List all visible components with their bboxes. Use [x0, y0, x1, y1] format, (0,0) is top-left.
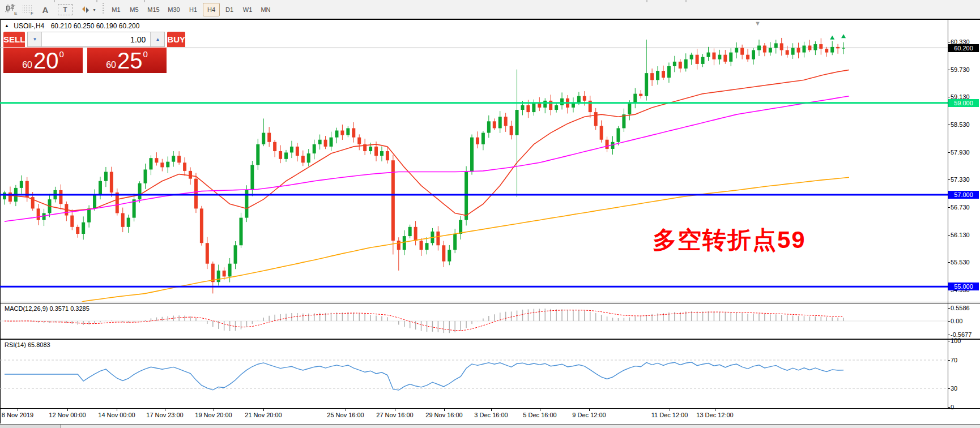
buy-arrow[interactable]: [841, 34, 846, 38]
candle-body: [324, 140, 327, 147]
candle-body: [650, 73, 654, 80]
tab-timeframe-D1[interactable]: D1: [221, 3, 238, 16]
candle-body: [594, 112, 598, 126]
volume-increase-icon[interactable]: ▲: [150, 32, 164, 46]
candle-body: [144, 169, 147, 183]
candle-body: [836, 47, 840, 48]
candle-body: [403, 236, 406, 250]
ask-pips: 25: [117, 48, 143, 73]
macd-tick-label: 0.5586: [951, 305, 979, 311]
candle-body: [825, 49, 828, 52]
candle-body: [729, 53, 732, 62]
volume-spinner: ▼ ▲: [27, 32, 165, 47]
candle-body: [662, 71, 665, 78]
rsi-splitter[interactable]: [0, 338, 980, 339]
candle-body: [532, 103, 535, 112]
date-tick: [540, 409, 540, 411]
tab-timeframe-M15[interactable]: M15: [144, 3, 163, 16]
rsi-tick-dash: [948, 388, 950, 389]
candle-body: [493, 121, 496, 128]
candle-body: [752, 50, 755, 59]
price-tick-label: 56.130: [951, 232, 979, 238]
price-badge-60.200: 60.200: [948, 44, 979, 52]
candle-body: [543, 101, 547, 108]
date-tick: [670, 409, 670, 411]
date-label: 3 Dec 16:00: [474, 412, 508, 418]
tab-timeframe-W1[interactable]: W1: [239, 3, 256, 16]
toolbar-grip[interactable]: [103, 3, 104, 15]
text-label-icon[interactable]: A: [40, 3, 51, 16]
price-tick-label: 55.530: [951, 259, 979, 266]
candle-body: [746, 55, 749, 59]
tab-timeframe-M30[interactable]: M30: [164, 3, 184, 16]
tab-timeframe-H4[interactable]: H4: [203, 3, 220, 16]
candle-body: [3, 192, 6, 199]
candle-body: [408, 227, 412, 236]
candle-body: [498, 117, 502, 128]
price-tick-label: 56.730: [951, 204, 979, 211]
bid-quote-button[interactable]: 60 20 0: [3, 48, 83, 73]
chart-tab-strip: [0, 424, 980, 428]
collapse-trade-panel-icon[interactable]: ▲: [5, 23, 9, 28]
price-tick-dash: [948, 179, 950, 180]
symbol-period-label: USOil-,H4: [14, 22, 44, 30]
sell-button[interactable]: SELL: [3, 32, 25, 47]
volume-input[interactable]: [42, 32, 150, 46]
candle-body: [223, 271, 226, 277]
date-tick: [263, 409, 264, 411]
candle-body: [99, 181, 102, 195]
candle-body: [797, 48, 800, 53]
toolbar-divider: [646, 0, 647, 2]
grid-f-icon[interactable]: F: [22, 3, 35, 16]
candle-body: [369, 147, 372, 151]
candle-body: [172, 156, 175, 162]
date-tick: [395, 409, 395, 411]
price-tick-dash: [948, 262, 950, 263]
candle-body: [482, 133, 485, 144]
candle-body: [166, 162, 169, 168]
tab-timeframe-M1[interactable]: M1: [108, 3, 125, 16]
tab-timeframe-MN[interactable]: MN: [257, 3, 274, 16]
ask-quote-button[interactable]: 60 25 0: [87, 48, 167, 73]
date-tick: [214, 409, 214, 411]
candle-body: [600, 126, 603, 139]
candle-body: [819, 44, 823, 49]
rsi-canvas[interactable]: [0, 340, 948, 408]
macd-canvas[interactable]: [0, 303, 948, 338]
arrows-style-icon[interactable]: ▾: [78, 3, 97, 16]
candle-body: [87, 208, 91, 222]
candle-body: [20, 181, 23, 188]
tab-timeframe-H1[interactable]: H1: [185, 3, 202, 16]
candle-body: [340, 131, 344, 135]
chart-tab[interactable]: [0, 425, 61, 428]
candle-body: [121, 213, 125, 227]
chart-annotation-text[interactable]: 多空转折点59: [653, 224, 806, 256]
macd-tick-dash: [948, 308, 950, 309]
candle-body: [453, 234, 457, 250]
candle-body: [723, 55, 727, 62]
candle-body: [420, 241, 423, 250]
candle-body: [740, 48, 744, 55]
candle-body: [735, 48, 738, 53]
tab-timeframe-M5[interactable]: M5: [126, 3, 143, 16]
chart-title: ▲ USOil-,H4 60.210 60.250 60.190 60.200: [5, 22, 139, 30]
candle-body: [104, 172, 108, 181]
candles-indicator-e-icon[interactable]: E: [5, 3, 18, 16]
candle-body: [138, 183, 142, 199]
candle-body: [206, 243, 209, 263]
candle-body: [296, 147, 299, 156]
candle-body: [786, 50, 789, 55]
volume-decrease-icon[interactable]: ▼: [28, 32, 42, 46]
buy-arrow[interactable]: [830, 36, 834, 40]
candle-body: [633, 94, 637, 103]
candle-body: [8, 192, 12, 202]
candle-body: [284, 152, 288, 159]
candle-body: [42, 213, 46, 220]
chart-shift-marker-icon[interactable]: ▼: [755, 20, 761, 27]
candle-body: [802, 45, 806, 52]
buy-button[interactable]: BUY: [167, 32, 185, 47]
text-box-icon[interactable]: T: [58, 4, 73, 15]
price-tick-label: 57.930: [951, 149, 979, 156]
candle-body: [757, 45, 761, 50]
macd-splitter[interactable]: [0, 302, 980, 302]
